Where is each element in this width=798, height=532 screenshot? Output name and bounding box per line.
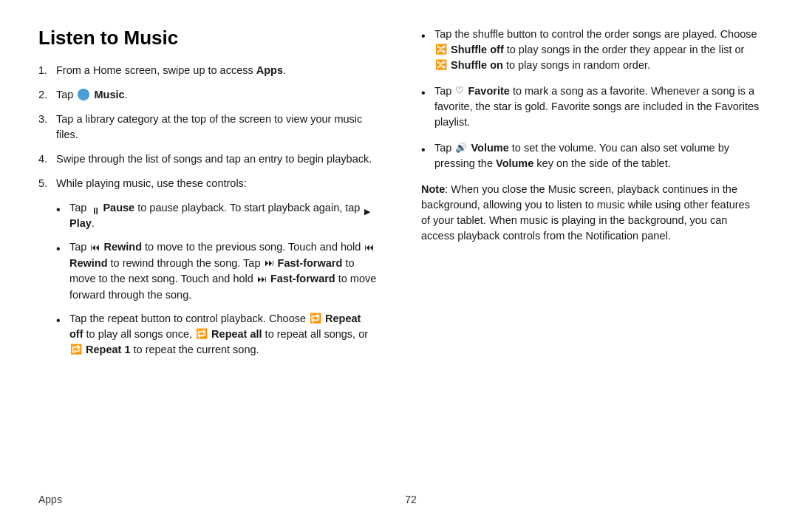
shuffle-icon: 🔀 — [435, 58, 447, 72]
step-number: 1. — [38, 63, 56, 78]
list-item: Tap 🔊 Volume to set the volume. You can … — [421, 140, 760, 171]
bullet-icon — [421, 27, 434, 44]
list-item: Tap Rewind to move to the previous song.… — [56, 239, 377, 303]
control-text: Tap the repeat button to control playbac… — [69, 311, 377, 358]
step-number: 3. — [38, 112, 56, 127]
rewind-icon — [364, 239, 374, 255]
list-item: Tap the repeat button to control playbac… — [56, 311, 377, 358]
heart-icon: ♡ — [455, 84, 464, 98]
repeat-all-icon: 🔁 — [196, 327, 208, 341]
bullet-icon — [56, 201, 69, 218]
bullet-icon — [421, 84, 434, 101]
step-text: While playing music, use these controls: — [56, 176, 247, 191]
list-item: Tap the shuffle button to control the or… — [421, 27, 760, 73]
page-title: Listen to Music — [38, 27, 377, 50]
content-area: Listen to Music 1. From a Home screen, s… — [38, 27, 760, 486]
list-item: Tap Pause to pause playback. To start pl… — [56, 200, 377, 231]
bullet-icon — [56, 240, 69, 257]
list-item: 4. Swipe through the list of songs and t… — [38, 151, 377, 167]
step-number: 5. — [38, 176, 56, 191]
bullet-text: Tap ♡ Favorite to mark a song as a favor… — [434, 83, 760, 130]
step-number: 4. — [38, 151, 56, 167]
list-item: 3. Tap a library category at the top of … — [38, 112, 377, 143]
control-text: Tap Rewind to move to the previous song.… — [69, 239, 377, 303]
step-text: Tap Music. — [56, 87, 128, 103]
step-text: From a Home screen, swipe up to access A… — [56, 63, 286, 78]
step-text: Swipe through the list of songs and tap … — [56, 151, 372, 167]
steps-list: 1. From a Home screen, swipe up to acces… — [38, 63, 377, 191]
step-text: Tap a library category at the top of the… — [56, 112, 377, 143]
play-icon — [364, 203, 372, 213]
rewind-icon — [90, 239, 100, 255]
fast-forward-icon — [265, 255, 274, 270]
page-footer: Apps 72 — [38, 486, 760, 505]
shuffle-icon: 🔀 — [435, 43, 447, 57]
footer-page-number: 72 — [405, 494, 417, 505]
bullet-text: Tap the shuffle button to control the or… — [434, 27, 760, 73]
control-text: Tap Pause to pause playback. To start pl… — [69, 200, 377, 231]
fast-forward-icon — [257, 271, 267, 287]
right-bullets-list: Tap the shuffle button to control the or… — [421, 27, 760, 171]
right-column: Tap the shuffle button to control the or… — [414, 27, 760, 486]
list-item: 2. Tap Music. — [38, 87, 377, 103]
repeat-off-icon: 🔁 — [310, 312, 321, 326]
bullet-icon — [56, 312, 69, 329]
bullet-icon — [421, 141, 434, 158]
left-column: Listen to Music 1. From a Home screen, s… — [38, 27, 384, 486]
list-item: 1. From a Home screen, swipe up to acces… — [38, 63, 377, 78]
volume-icon: 🔊 — [455, 141, 467, 155]
pause-icon — [91, 203, 98, 213]
list-item: 5. While playing music, use these contro… — [38, 176, 377, 191]
controls-list: Tap Pause to pause playback. To start pl… — [56, 200, 377, 358]
page: Listen to Music 1. From a Home screen, s… — [0, 0, 798, 532]
note-label: Note: When you close the Music screen, p… — [421, 183, 750, 242]
list-item: Tap ♡ Favorite to mark a song as a favor… — [421, 83, 760, 130]
note-block: Note: When you close the Music screen, p… — [421, 182, 760, 244]
step-number: 2. — [38, 87, 56, 103]
bullet-text: Tap 🔊 Volume to set the volume. You can … — [434, 140, 760, 171]
music-icon — [78, 89, 89, 100]
repeat-one-icon: 🔂 — [70, 343, 82, 357]
footer-left: Apps — [38, 494, 62, 505]
